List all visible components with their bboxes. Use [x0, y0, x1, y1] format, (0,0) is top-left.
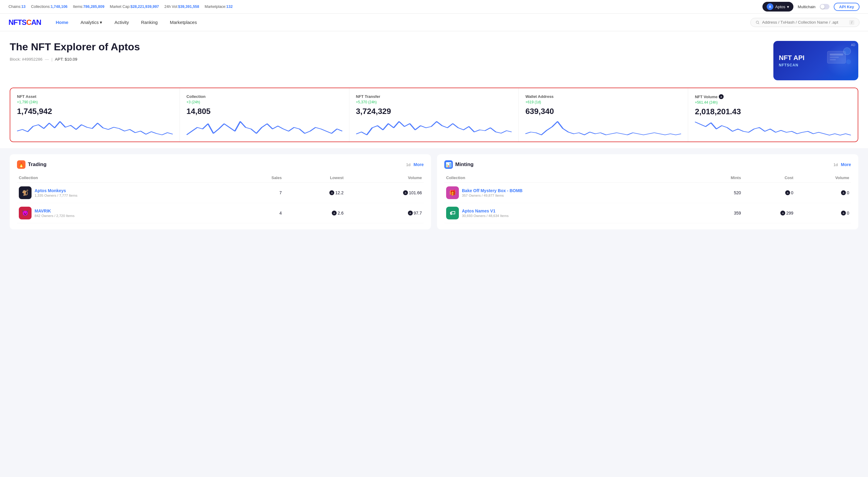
trading-more-link[interactable]: More [414, 162, 424, 167]
collection-image: 🎁 [446, 186, 459, 199]
col-cost: Cost [743, 173, 795, 183]
network-selector[interactable]: A Aptos ▾ [763, 2, 794, 11]
collection-name[interactable]: Bake Off Mystery Box - BOMB [462, 188, 523, 193]
svg-point-6 [843, 47, 851, 55]
stats-section: NFT Asset +1,790 (24h) 1,745,942 Collect… [0, 88, 868, 148]
nav-ranking[interactable]: Ranking [135, 17, 163, 27]
collection-name[interactable]: Aptos Monkeys [35, 188, 78, 193]
stat-label: NFT VolumeA [695, 94, 851, 99]
trading-meta: 1d More [406, 162, 424, 167]
hero-meta: Block: #49952286 — | APT: $10.09 [10, 57, 140, 62]
ad-banner[interactable]: AD NFT API NFTSCAN [773, 41, 858, 80]
trading-icon: 🔥 [17, 160, 26, 169]
apt-icon: A [841, 211, 846, 215]
nav-links: Home Analytics ▾ Activity Ranking Market… [50, 17, 750, 28]
stat-card-3: Wallet Address +619 (1d) 639,340 [519, 88, 688, 141]
nav-home[interactable]: Home [50, 17, 74, 27]
stat-change: +619 (1d) [525, 100, 681, 104]
search-input[interactable] [762, 20, 847, 25]
trading-title: 🔥 Trading [17, 160, 46, 169]
stat-card-0: NFT Asset +1,790 (24h) 1,745,942 [10, 88, 180, 141]
stat-card-1: Collection +3 (24h) 14,805 [180, 88, 349, 141]
minting-table: Collection Mints Cost Volume 🎁 Bake Off … [444, 173, 851, 223]
sales-cell: 4 [235, 203, 284, 223]
stat-value: 1,745,942 [17, 107, 173, 116]
col-lowest: Lowest [284, 173, 345, 183]
marketplace-stat: Marketplace:132 [205, 5, 232, 9]
nav-activity[interactable]: Activity [109, 17, 134, 27]
logo[interactable]: NFTSCAN [8, 18, 41, 27]
collection-cell: 😈 MAVRIK 842 Owners / 2,720 Items [17, 203, 235, 223]
mini-chart [695, 120, 851, 136]
minting-more-link[interactable]: More [841, 162, 851, 167]
search-bar[interactable]: / [750, 18, 860, 27]
collection-cell: 🎁 Bake Off Mystery Box - BOMB 357 Owners… [444, 183, 699, 203]
collection-cell: 🏷 Aptos Names V1 30,693 Owners / 48,634 … [444, 203, 699, 223]
mints-cell: 359 [699, 203, 743, 223]
volume-cell: A 0 [795, 183, 851, 203]
volume-cell: A 0 [795, 203, 851, 223]
collection-image: 🏷 [446, 207, 459, 219]
svg-marker-8 [17, 122, 173, 136]
trading-period: 1d [406, 163, 410, 167]
search-slash: / [849, 20, 854, 25]
api-key-button[interactable]: API Key [834, 3, 860, 11]
navbar: NFTSCAN Home Analytics ▾ Activity Rankin… [0, 14, 868, 31]
trading-table: Collection Sales Lowest Volume 🐒 Aptos M… [17, 173, 424, 223]
minting-period: 1d [833, 163, 838, 167]
network-icon: A [767, 3, 773, 10]
mini-chart [525, 119, 681, 136]
trading-panel-header: 🔥 Trading 1d More [17, 160, 424, 169]
block-number: Block: #49952286 [10, 57, 42, 62]
lowest-cell: A 2.6 [284, 203, 345, 223]
stat-value: 3,724,329 [356, 107, 512, 116]
volume-cell: A 97.7 [345, 203, 424, 223]
svg-line-1 [758, 23, 759, 24]
collection-sub: 842 Owners / 2,720 Items [35, 214, 74, 217]
stat-change: +1,790 (24h) [17, 100, 173, 104]
collection-sub: 1,335 Owners / 7,777 Items [35, 194, 78, 197]
stat-value: 14,805 [187, 107, 342, 116]
col-collection: Collection [444, 173, 699, 183]
svg-marker-9 [187, 122, 342, 136]
apt-price: APT: $10.09 [55, 57, 78, 62]
stats-grid: NFT Asset +1,790 (24h) 1,745,942 Collect… [10, 88, 858, 142]
hero-section: The NFT Explorer of Aptos Block: #499522… [0, 31, 868, 88]
stat-label: Collection [187, 94, 342, 99]
col-volume: Volume [795, 173, 851, 183]
collection-name[interactable]: MAVRIK [35, 208, 74, 213]
stat-change: +561.44 (24h) [695, 100, 851, 105]
theme-toggle[interactable] [820, 4, 830, 9]
col-collection: Collection [17, 173, 235, 183]
collection-name[interactable]: Aptos Names V1 [462, 208, 508, 213]
stat-label: NFT Transfer [356, 94, 512, 99]
search-icon [755, 20, 760, 25]
apt-icon: A [780, 211, 785, 215]
apt-icon: A [785, 190, 790, 195]
separator: — [45, 57, 49, 62]
collection-sub: 30,693 Owners / 48,634 Items [462, 214, 508, 217]
minting-meta: 1d More [833, 162, 851, 167]
svg-rect-3 [830, 54, 843, 56]
apt-icon: A [719, 94, 724, 99]
stat-label: Wallet Address [525, 94, 681, 99]
lowest-cell: A 12.2 [284, 183, 345, 203]
stat-value: 639,340 [525, 107, 681, 116]
col-sales: Sales [235, 173, 284, 183]
items-stat: Items:786,285,809 [73, 5, 105, 9]
pipe: | [52, 57, 53, 62]
hero-title: The NFT Explorer of Aptos [10, 41, 140, 53]
col-volume: Volume [345, 173, 424, 183]
stat-card-4: NFT VolumeA +561.44 (24h) 2,018,201.43 [688, 88, 858, 141]
nav-marketplaces[interactable]: Marketplaces [164, 17, 202, 27]
cost-cell: A 0 [743, 183, 795, 203]
multichain-button[interactable]: Multichain [798, 5, 815, 9]
chevron-down-icon: ▾ [787, 5, 789, 9]
mini-chart [356, 119, 512, 136]
mini-chart [187, 119, 342, 136]
main-content: 🔥 Trading 1d More Collection Sales Lowes… [0, 148, 868, 235]
collection-image: 😈 [19, 207, 32, 219]
minting-title: 📊 Minting [444, 160, 473, 169]
nav-analytics[interactable]: Analytics ▾ [75, 17, 108, 28]
cost-cell: A 299 [743, 203, 795, 223]
